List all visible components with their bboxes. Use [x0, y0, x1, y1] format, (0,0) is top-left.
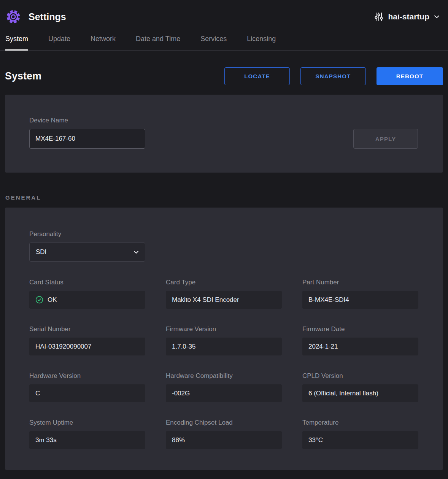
page-head: System LOCATE SNAPSHOT REBOOT: [5, 67, 443, 85]
settings-gear-icon: [5, 8, 22, 25]
tab-services[interactable]: Services: [200, 33, 227, 50]
chevron-down-icon: [434, 15, 440, 19]
personality-value: SDI: [36, 248, 46, 256]
page-app-title: Settings: [29, 11, 66, 22]
app-header: Settings hai-startup: [0, 0, 448, 33]
tab-system[interactable]: System: [5, 33, 28, 50]
encoding-chipset-load-value: 88%: [166, 431, 282, 449]
reboot-button[interactable]: REBOOT: [377, 67, 443, 85]
system-uptime-value: 3m 33s: [29, 431, 145, 449]
field-firmware-date: Firmware Date 2024-1-21: [302, 325, 418, 355]
firmware-version-value: 1.7.0-35: [166, 338, 282, 355]
field-serial-number: Serial Number HAI-031920090007: [29, 325, 145, 355]
sliders-icon: [374, 12, 383, 22]
settings-tab-bar: System Update Network Date and Time Serv…: [0, 33, 448, 51]
field-cpld-version: CPLD Version 6 (Official, Internal flash…: [302, 372, 418, 402]
device-menu-label: hai-startup: [388, 12, 429, 21]
part-number-value: B-MX4E-SDI4: [302, 291, 418, 309]
cpld-version-value: 6 (Official, Internal flash): [302, 384, 418, 402]
field-card-type: Card Type Makito X4 SDI Encoder: [166, 279, 282, 309]
general-card: Personality SDI Card Status OK: [5, 208, 443, 470]
tab-date-and-time[interactable]: Date and Time: [136, 33, 180, 50]
device-name-label: Device Name: [29, 117, 145, 124]
apply-button[interactable]: APPLY: [353, 129, 418, 149]
field-temperature: Temperature 33°C: [302, 419, 418, 449]
tab-licensing[interactable]: Licensing: [247, 33, 276, 50]
page-title: System: [5, 70, 41, 82]
tab-update[interactable]: Update: [48, 33, 70, 50]
card-status-value: OK: [29, 291, 145, 309]
device-name-input[interactable]: [29, 129, 145, 149]
tab-network[interactable]: Network: [91, 33, 116, 50]
personality-select[interactable]: SDI: [29, 243, 145, 262]
field-hardware-version: Hardware Version C: [29, 372, 145, 402]
serial-number-value: HAI-031920090007: [29, 338, 145, 355]
hardware-compatibility-value: -002G: [166, 384, 282, 402]
field-firmware-version: Firmware Version 1.7.0-35: [166, 325, 282, 355]
chevron-down-icon: [133, 251, 139, 254]
field-encoding-chipset-load: Encoding Chipset Load 88%: [166, 419, 282, 449]
personality-label: Personality: [29, 230, 419, 238]
personality-group: Personality SDI: [29, 230, 419, 262]
snapshot-button[interactable]: SNAPSHOT: [300, 67, 366, 85]
check-circle-icon: [35, 296, 43, 304]
firmware-date-value: 2024-1-21: [302, 338, 418, 355]
field-hardware-compatibility: Hardware Compatibility -002G: [166, 372, 282, 402]
field-system-uptime: System Uptime 3m 33s: [29, 419, 145, 449]
locate-button[interactable]: LOCATE: [224, 67, 290, 85]
device-name-card: Device Name APPLY: [5, 95, 443, 173]
field-part-number: Part Number B-MX4E-SDI4: [302, 279, 418, 309]
general-fields-grid: Card Status OK Card Type Makito X4 SDI E…: [29, 279, 419, 449]
temperature-value: 33°C: [302, 431, 418, 449]
field-card-status: Card Status OK: [29, 279, 145, 309]
device-selector-menu[interactable]: hai-startup: [374, 12, 440, 22]
card-type-value: Makito X4 SDI Encoder: [166, 291, 282, 309]
general-section-label: GENERAL: [5, 194, 443, 201]
hardware-version-value: C: [29, 384, 145, 402]
